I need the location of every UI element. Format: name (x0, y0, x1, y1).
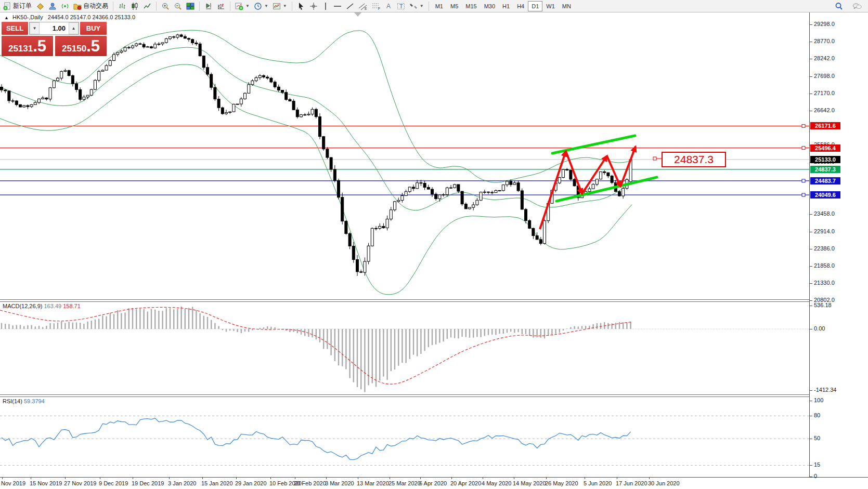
templates-button[interactable]: ▼ (270, 1, 289, 12)
price-callout[interactable]: 24837.3 (662, 152, 726, 167)
buy-price-display[interactable]: 25150.5 (55, 36, 107, 56)
candle-body (390, 210, 392, 219)
level-line-handle[interactable] (802, 147, 805, 150)
macd-panel[interactable] (0, 301, 809, 394)
macd-histogram-bar (57, 323, 58, 329)
indicators-button[interactable]: ▼ (233, 1, 252, 12)
timeframe-m30[interactable]: M30 (481, 1, 499, 11)
zoom-in-button[interactable] (159, 1, 172, 12)
candle-body (277, 87, 280, 90)
signals-button[interactable] (59, 1, 71, 12)
timeframe-m1[interactable]: M1 (432, 1, 447, 11)
bollinger-middle-band[interactable] (0, 47, 632, 210)
timeframe-w1[interactable]: W1 (542, 1, 559, 11)
macd-histogram-bar (525, 329, 526, 334)
volume-decrease-button[interactable]: ▼ (30, 22, 40, 34)
date-tick (270, 478, 271, 479)
search-button[interactable] (833, 1, 845, 12)
price-axis[interactable]: 29298.028770.028242.027698.027170.026642… (809, 12, 868, 477)
buy-button[interactable]: BUY (80, 22, 107, 35)
trend-channel-upper-line[interactable] (552, 136, 635, 153)
level-line-handle[interactable] (802, 124, 805, 127)
candle-body (622, 188, 625, 196)
date-label: 19 Dec 2019 (132, 480, 164, 486)
macd-histogram-bar (529, 329, 530, 336)
community-button[interactable] (46, 1, 59, 12)
timeframe-m5[interactable]: M5 (447, 1, 462, 11)
svg-text:T: T (399, 3, 403, 9)
cursor-tool-button[interactable] (295, 1, 307, 12)
zigzag-arrow[interactable] (607, 156, 620, 187)
timeframe-h1[interactable]: H1 (499, 1, 513, 11)
chart-shift-button[interactable] (215, 1, 227, 12)
timeframe-mn[interactable]: MN (559, 1, 575, 11)
level-line-handle[interactable] (802, 179, 805, 182)
macd-histogram-bar (35, 326, 36, 329)
bollinger-lower-band[interactable] (0, 64, 632, 295)
volume-input[interactable]: 1.00 (40, 22, 69, 34)
candle-body (244, 93, 247, 99)
candle-body (472, 205, 475, 207)
macd-histogram-bar (214, 323, 215, 329)
rsi-tick (810, 465, 812, 466)
tile-windows-button[interactable] (184, 1, 197, 12)
date-axis[interactable]: Nov 201915 Nov 201927 Nov 20199 Dec 2019… (0, 477, 868, 489)
macd-tick (810, 390, 812, 391)
level-line-handle[interactable] (802, 193, 805, 196)
zoom-out-button[interactable] (172, 1, 184, 12)
trendline-tool-button[interactable] (344, 1, 356, 12)
timeframe-m15[interactable]: M15 (462, 1, 480, 11)
macd-histogram-bar (469, 329, 470, 338)
macd-histogram-bar (61, 321, 62, 329)
candle-body (165, 39, 167, 43)
zigzag-arrow[interactable] (566, 151, 582, 194)
channel-tool-button[interactable]: E (356, 1, 370, 12)
new-order-button[interactable]: 新订单 (1, 1, 34, 12)
timeframe-h4[interactable]: H4 (513, 1, 528, 11)
macd-histogram-bar (461, 329, 462, 337)
sell-button[interactable]: SELL (2, 22, 28, 35)
candle-body (502, 185, 504, 191)
candlestick-mode-button[interactable] (128, 1, 141, 12)
callout-anchor[interactable] (653, 157, 656, 160)
macd-histogram-bar (226, 329, 227, 332)
horizontal-line-tool-button[interactable] (331, 1, 344, 12)
macd-histogram-bar (46, 326, 47, 329)
chart-symbol-button[interactable] (34, 1, 46, 12)
arrows-tool-button[interactable]: ▼ (407, 1, 426, 12)
auto-scroll-button[interactable] (202, 1, 215, 12)
macd-histogram-bar (106, 316, 107, 329)
ohlc-open: 24454.0 (48, 14, 69, 20)
sell-price-display[interactable]: 25131.5 (2, 36, 53, 56)
panel-separator[interactable] (0, 299, 868, 302)
candle-body (412, 187, 415, 189)
panel-separator[interactable] (0, 394, 868, 397)
date-tick (546, 478, 547, 479)
candle-body (53, 81, 55, 87)
rsi-panel[interactable] (0, 396, 809, 477)
periods-button[interactable]: ▼ (252, 1, 270, 12)
autotrade-button[interactable]: 自动交易 (71, 1, 110, 12)
text-tool-button[interactable]: A (383, 1, 395, 12)
crosshair-tool-button[interactable] (307, 1, 320, 12)
price-tick (810, 59, 812, 59)
candle-body (408, 187, 411, 192)
candle-body (57, 78, 59, 81)
macd-histogram-bar (113, 314, 114, 329)
macd-histogram-bar (91, 321, 92, 329)
date-tick (326, 478, 327, 479)
line-chart-mode-button[interactable] (141, 1, 153, 12)
fibonacci-tool-button[interactable]: F (370, 1, 383, 12)
vertical-line-tool-button[interactable] (320, 1, 331, 12)
chat-button[interactable] (850, 1, 864, 12)
macd-histogram-bar (432, 329, 433, 345)
timeframe-d1[interactable]: D1 (528, 1, 542, 11)
candle-body (480, 192, 482, 201)
macd-histogram-bar (473, 329, 474, 338)
bar-chart-mode-button[interactable] (116, 1, 128, 12)
zigzag-arrow[interactable] (540, 151, 566, 229)
text-label-tool-button[interactable]: T (395, 1, 407, 12)
splitter-handle-icon[interactable] (354, 12, 361, 17)
volume-increase-button[interactable]: ▲ (69, 22, 79, 34)
arrows-caret-icon: ▼ (420, 4, 424, 8)
